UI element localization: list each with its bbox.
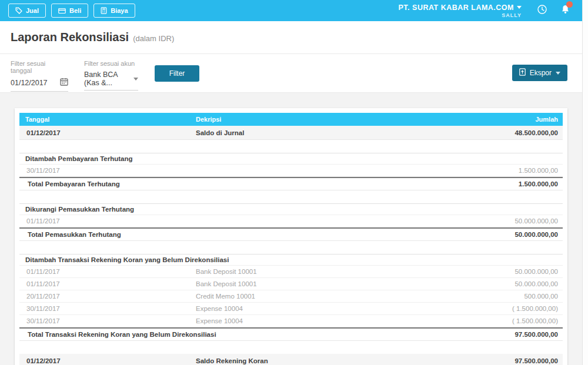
col-header-tanggal: Tanggal (19, 116, 196, 123)
col-header-jumlah: Jumlah (439, 116, 563, 123)
section-title-label: Dikurangi Pemasukkan Terhutang (19, 206, 466, 213)
tag-icon (15, 7, 22, 14)
date-filter-group: Filter sesuai tanggal (11, 60, 68, 92)
total-amount: 1.500.000,00 (439, 180, 563, 187)
export-label: Ekspor (530, 69, 552, 77)
total-label: Total Transaksi Rekening Koran yang Belu… (19, 331, 396, 338)
cell-date: 01/12/2017 (19, 357, 196, 364)
company-name: PT. SURAT KABAR LAMA.COM (399, 4, 514, 12)
user-name: SALLY (399, 12, 522, 18)
export-file-icon (519, 68, 526, 78)
section-total-row: Total Transaksi Rekening Koran yang Belu… (19, 327, 563, 341)
section-total-row: Total Pemasukkan Terhutang 50.000.000,00 (19, 227, 563, 241)
cell-date: 30/11/2017 (19, 167, 196, 174)
chevron-down-icon (517, 6, 522, 9)
table-row-closing: 01/12/2017 Saldo Rekening Koran 97.500.0… (19, 354, 563, 365)
notifications-button[interactable] (560, 4, 570, 17)
section-spacer (19, 190, 563, 203)
receipt-icon (101, 7, 107, 14)
cell-date: 01/12/2017 (19, 129, 196, 136)
account-select-value: Bank BCA (Kas &... (84, 71, 133, 87)
page-subtitle: (dalam IDR) (133, 32, 174, 43)
bell-icon (560, 6, 570, 16)
calendar-icon[interactable] (60, 78, 68, 88)
section-spacer (19, 341, 563, 354)
table-row: 30/11/2017 Expense 10004 ( 1.500.000,00) (19, 315, 563, 327)
date-filter-label: Filter sesuai tanggal (11, 60, 68, 74)
table-row: 30/11/2017 1.500.000,00 (19, 165, 563, 177)
section-total-row: Total Pembayaran Terhutang 1.500.000,00 (19, 177, 563, 190)
table-header: Tanggal Dekripsi Jumlah (19, 113, 563, 126)
cell-amount: 1.500.000,00 (439, 167, 563, 174)
beli-button[interactable]: Beli (51, 4, 88, 18)
account-filter-group: Filter sesuai akun Bank BCA (Kas &... (84, 60, 138, 91)
jual-button[interactable]: Jual (8, 4, 46, 18)
date-filter-input[interactable] (11, 79, 56, 87)
top-bar: Jual Beli Biaya PT. SURAT KABAR LAMA.COM… (0, 0, 582, 21)
section-title: Ditambah Pembayaran Terhutang (19, 153, 563, 165)
account-filter-label: Filter sesuai akun (84, 60, 138, 67)
table-row: 30/11/2017 Expense 10004 ( 1.500.000,00) (19, 303, 563, 315)
cell-date: 01/11/2017 (19, 280, 196, 287)
cell-amount: 48.500.000,00 (439, 129, 563, 136)
cell-date: 30/11/2017 (19, 317, 196, 324)
table-row: 01/11/2017 50.000.000,00 (19, 215, 563, 227)
biaya-button[interactable]: Biaya (93, 4, 135, 18)
section-title-label: Ditambah Pembayaran Terhutang (19, 155, 466, 162)
section-title-label: Ditambah Transaksi Rekening Koran yang B… (19, 256, 466, 263)
table-row: 20/11/2017 Credit Memo 10001 500.000,00 (19, 290, 563, 303)
cell-amount: 500.000,00 (439, 293, 563, 300)
table-row-opening: 01/12/2017 Saldo di Jurnal 48.500.000,00 (19, 126, 563, 140)
clock-icon (537, 6, 547, 16)
cell-date: 30/11/2017 (19, 305, 196, 312)
cell-desc: Saldo Rekening Koran (196, 357, 439, 364)
page-scrollbar[interactable] (582, 0, 588, 365)
card-icon (58, 8, 66, 14)
cell-desc: Bank Deposit 10001 (196, 280, 439, 287)
beli-label: Beli (69, 7, 81, 14)
section-title: Dikurangi Pemasukkan Terhutang (19, 203, 563, 215)
chevron-down-icon (133, 78, 138, 81)
filter-button[interactable]: Filter (155, 65, 199, 82)
col-header-dekripsi: Dekripsi (196, 116, 439, 123)
section-spacer (19, 140, 563, 153)
cell-amount: ( 1.500.000,00) (439, 317, 563, 324)
cell-desc: Expense 10004 (196, 305, 439, 312)
cell-date: 20/11/2017 (19, 293, 196, 300)
total-label: Total Pemasukkan Terhutang (19, 231, 396, 238)
report-content: Tanggal Dekripsi Jumlah 01/12/2017 Saldo… (0, 93, 582, 365)
cell-date: 01/11/2017 (19, 268, 196, 275)
cell-desc: Credit Memo 10001 (196, 293, 439, 300)
page-title: Laporan Rekonsiliasi (11, 31, 129, 44)
jual-label: Jual (26, 7, 39, 14)
cell-amount: 50.000.000,00 (439, 268, 563, 275)
cell-amount: 50.000.000,00 (439, 217, 563, 225)
table-row: 01/11/2017 Bank Deposit 10001 50.000.000… (19, 278, 563, 290)
cell-date: 01/11/2017 (19, 217, 196, 225)
cell-amount: 50.000.000,00 (439, 280, 563, 287)
table-row: 01/11/2017 Bank Deposit 10001 50.000.000… (19, 266, 563, 278)
total-amount: 97.500.000,00 (439, 331, 563, 338)
cell-desc: Expense 10004 (196, 317, 439, 324)
cell-amount: 97.500.000,00 (439, 357, 563, 364)
account-select[interactable]: Bank BCA (Kas &... (84, 67, 138, 91)
history-clock-button[interactable] (537, 4, 547, 17)
cell-desc: Bank Deposit 10001 (196, 268, 439, 275)
export-button[interactable]: Ekspor (512, 65, 567, 81)
report-card: Tanggal Dekripsi Jumlah 01/12/2017 Saldo… (15, 108, 567, 365)
notification-dot (566, 1, 573, 8)
page-header: Laporan Rekonsiliasi (dalam IDR) (0, 21, 582, 54)
company-menu[interactable]: PT. SURAT KABAR LAMA.COM SALLY (399, 4, 522, 18)
section-spacer (19, 241, 563, 254)
filter-bar: Filter sesuai tanggal Filter sesuai akun… (0, 54, 582, 93)
total-label: Total Pembayaran Terhutang (19, 180, 396, 187)
chevron-down-icon (556, 72, 560, 75)
cell-amount: ( 1.500.000,00) (439, 305, 563, 312)
section-title: Ditambah Transaksi Rekening Koran yang B… (19, 254, 563, 266)
cell-desc: Saldo di Jurnal (196, 129, 439, 136)
biaya-label: Biaya (111, 7, 128, 14)
total-amount: 50.000.000,00 (439, 231, 563, 238)
